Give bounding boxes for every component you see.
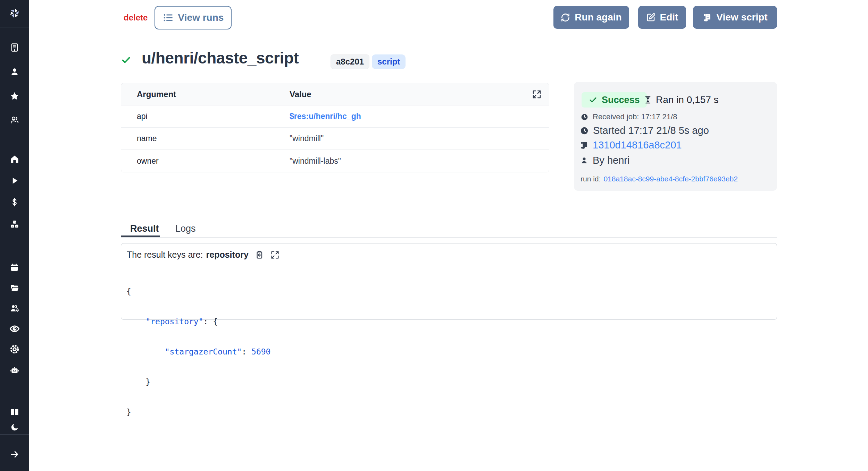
dark-mode-moon-icon[interactable]: [0, 420, 29, 435]
arg-value-cell: "windmill-labs": [290, 156, 341, 166]
column-argument: Argument: [121, 89, 290, 99]
edit-button[interactable]: Edit: [638, 6, 686, 29]
workspace-building-icon[interactable]: [0, 40, 29, 55]
result-keys-line: The result keys are: repository: [127, 250, 280, 260]
copy-result-icon[interactable]: [254, 250, 264, 260]
started-label: Started 17:17 21/8 5s ago: [593, 125, 709, 136]
scroll-icon: [702, 13, 712, 22]
hourglass-icon: [643, 95, 652, 104]
run-id-label: run id:: [581, 175, 601, 183]
run-again-label: Run again: [575, 12, 621, 23]
audit-logs-eye-icon[interactable]: [0, 321, 29, 336]
tab-logs[interactable]: Logs: [175, 223, 196, 234]
table-row: api $res:u/henri/hc_gh: [121, 105, 549, 128]
run-duration: Ran in 0,157 s: [643, 94, 719, 105]
clock-icon: [581, 113, 589, 121]
expand-table-icon[interactable]: [532, 89, 542, 101]
schedules-calendar-icon[interactable]: [0, 260, 29, 275]
triggered-by-label: By henri: [593, 155, 629, 166]
scroll-icon: [580, 141, 589, 149]
result-keys-value: repository: [206, 250, 249, 260]
json-line: }: [126, 377, 270, 387]
arguments-table-header: Argument Value: [121, 83, 549, 105]
home-icon[interactable]: [0, 152, 29, 167]
json-line: }: [126, 407, 270, 417]
view-script-button[interactable]: View script: [693, 6, 777, 29]
clock-icon: [580, 126, 589, 135]
tab-result[interactable]: Result: [130, 223, 159, 234]
edit-label: Edit: [660, 12, 678, 23]
json-line: "repository": {: [126, 317, 270, 327]
success-check-icon: [121, 55, 131, 67]
arg-value-cell: "windmill": [290, 134, 324, 143]
run-status-panel: Success Ran in 0,157 s Received job: 17:…: [574, 82, 777, 191]
received-job-row: Received job: 17:17 21/8: [581, 112, 677, 121]
view-script-label: View script: [716, 12, 767, 23]
tabs-bottom-border: [121, 237, 777, 238]
job-id-row: 1310d14816a8c201: [580, 139, 682, 151]
result-json-code: { "repository": { "stargazerCount": 5690…: [126, 266, 270, 437]
sidebar-divider: [0, 129, 29, 129]
arg-name-cell: api: [121, 112, 290, 121]
settings-gear-icon[interactable]: [0, 342, 29, 357]
groups-icon[interactable]: [0, 112, 29, 128]
received-job-label: Received job: 17:17 21/8: [593, 112, 677, 121]
check-icon: [589, 95, 598, 104]
delete-button[interactable]: delete: [124, 13, 148, 23]
sidebar-divider: [0, 27, 29, 27]
view-runs-label: View runs: [178, 12, 224, 23]
resources-cubes-icon[interactable]: [0, 217, 29, 232]
arguments-table: Argument Value api $res:u/henri/hc_gh na…: [121, 83, 549, 172]
refresh-icon: [561, 13, 570, 22]
sidebar: [0, 0, 29, 471]
user-icon[interactable]: [0, 64, 29, 79]
result-panel: The result keys are: repository { "repos…: [121, 243, 777, 320]
run-duration-label: Ran in 0,157 s: [656, 94, 719, 105]
table-row: name "windmill": [121, 128, 549, 150]
json-line: {: [126, 286, 270, 297]
script-type-badge: script: [372, 54, 406, 69]
arg-name-cell: owner: [121, 156, 290, 166]
view-runs-button[interactable]: View runs: [155, 6, 232, 29]
workers-ai-robot-icon[interactable]: [0, 363, 29, 378]
arg-value-resource-link[interactable]: $res:u/henri/hc_gh: [290, 112, 361, 121]
column-value: Value: [290, 89, 311, 99]
windmill-logo-icon[interactable]: [0, 5, 29, 22]
arg-name-cell: name: [121, 134, 290, 143]
run-id-row: run id: 018a18ac-8c99-abe4-8cfe-2bbf76e9…: [581, 175, 738, 183]
workers-gear-icon[interactable]: [0, 301, 29, 316]
run-again-button[interactable]: Run again: [553, 6, 629, 29]
sidebar-divider: [0, 434, 29, 435]
table-row: owner "windmill-labs": [121, 150, 549, 172]
expand-result-icon[interactable]: [270, 250, 280, 260]
favorites-star-icon[interactable]: [0, 88, 29, 104]
list-icon: [162, 12, 174, 23]
run-id-link[interactable]: 018a18ac-8c99-abe4-8cfe-2bbf76e93eb2: [603, 175, 737, 183]
status-badge: Success: [582, 92, 647, 108]
variables-dollar-icon[interactable]: [0, 195, 29, 210]
runs-play-icon[interactable]: [0, 173, 29, 188]
script-hash-badge: a8c201: [331, 54, 369, 69]
person-icon: [580, 156, 589, 165]
triggered-by-row: By henri: [580, 155, 629, 166]
expand-sidebar-arrow-icon[interactable]: [0, 447, 29, 462]
json-line: "stargazerCount": 5690: [126, 347, 270, 357]
docs-book-icon[interactable]: [0, 405, 29, 420]
edit-pencil-icon: [646, 13, 656, 22]
folders-icon[interactable]: [0, 280, 29, 296]
status-badge-label: Success: [602, 95, 640, 105]
page-title: u/henri/chaste_script: [142, 49, 299, 67]
job-id-link[interactable]: 1310d14816a8c201: [593, 139, 682, 151]
app-window: delete View runs Run again Edit: [0, 0, 868, 471]
started-row: Started 17:17 21/8 5s ago: [580, 125, 709, 136]
result-keys-prefix: The result keys are:: [127, 250, 203, 260]
